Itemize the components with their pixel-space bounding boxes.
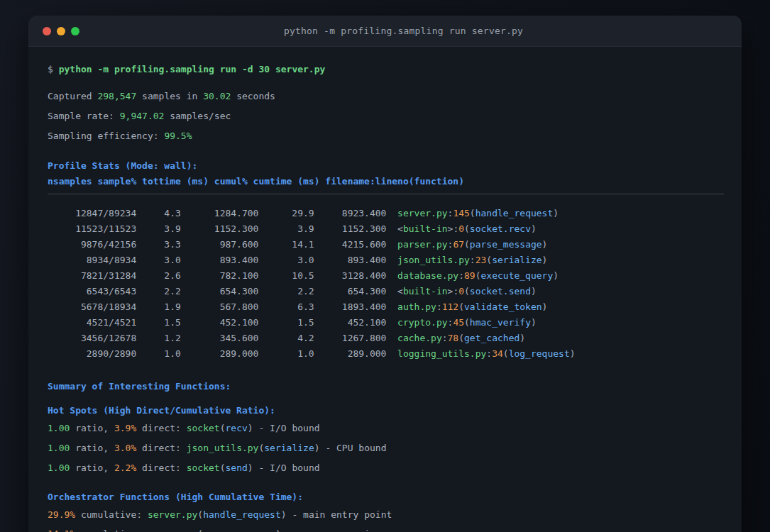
traffic-lights xyxy=(43,27,79,35)
hot-spots-title: Hot Spots (High Direct/Cumulative Ratio)… xyxy=(48,404,724,418)
orchestrators-title: Orchestrator Functions (High Cumulative … xyxy=(48,490,724,504)
hot-spot-item: 1.00 ratio, 3.9% direct: socket(recv) - … xyxy=(48,421,724,436)
table-divider xyxy=(48,194,724,194)
title-bar: python -m profiling.sampling run server.… xyxy=(28,16,742,47)
hot-spot-item: 1.00 ratio, 2.2% direct: socket(send) - … xyxy=(48,461,724,475)
maximize-button[interactable] xyxy=(71,27,79,35)
hot-spot-item: 1.00 ratio, 3.0% direct: json_utils.py(s… xyxy=(48,441,724,455)
table-row: 8934/8934 3.0 893.400 3.0 893.400 json_u… xyxy=(48,253,724,268)
hot-spots-list: 1.00 ratio, 3.9% direct: socket(recv) - … xyxy=(48,421,724,475)
profile-table: 12847/89234 4.3 1284.700 29.9 8923.400 s… xyxy=(48,206,724,362)
table-row: 9876/42156 3.3 987.600 14.1 4215.600 par… xyxy=(48,237,724,253)
terminal-window: python -m profiling.sampling run server.… xyxy=(28,16,742,532)
sample-rate-line: Sample rate: 9,947.02 samples/sec xyxy=(48,109,724,123)
minimize-button[interactable] xyxy=(57,27,65,35)
profile-columns-header: nsamples sample% tottime (ms) cumul% cum… xyxy=(48,174,724,189)
table-row: 3456/12678 1.2 345.600 4.2 1267.800 cach… xyxy=(48,331,724,346)
table-row: 5678/18934 1.9 567.800 6.3 1893.400 auth… xyxy=(48,299,724,315)
orchestrator-item: 14.1% cumulative: parser.py(parse_messag… xyxy=(48,527,724,532)
table-row: 2890/2890 1.0 289.000 1.0 289.000 loggin… xyxy=(48,346,724,362)
orchestrators-list: 29.9% cumulative: server.py(handle_reque… xyxy=(48,508,724,532)
captured-samples-line: Captured 298,547 samples in 30.02 second… xyxy=(48,89,724,104)
table-row: 11523/11523 3.9 1152.300 3.9 1152.300 <b… xyxy=(48,221,724,237)
window-title: python -m profiling.sampling run server.… xyxy=(79,26,727,36)
table-row: 7821/31284 2.6 782.100 10.5 3128.400 dat… xyxy=(48,268,724,284)
close-button[interactable] xyxy=(43,27,51,35)
table-row: 4521/4521 1.5 452.100 1.5 452.100 crypto… xyxy=(48,315,724,331)
profile-stats-title: Profile Stats (Mode: wall): xyxy=(48,159,724,173)
prompt-line: $ python -m profiling.sampling run -d 30… xyxy=(48,62,724,77)
orchestrator-item: 29.9% cumulative: server.py(handle_reque… xyxy=(48,508,724,522)
sampling-efficiency-line: Sampling efficiency: 99.5% xyxy=(48,129,724,143)
table-row: 6543/6543 2.2 654.300 2.2 654.300 <built… xyxy=(48,284,724,299)
table-row: 12847/89234 4.3 1284.700 29.9 8923.400 s… xyxy=(48,206,724,221)
terminal-content[interactable]: $ python -m profiling.sampling run -d 30… xyxy=(28,47,742,532)
summary-title: Summary of Interesting Functions: xyxy=(48,379,724,394)
